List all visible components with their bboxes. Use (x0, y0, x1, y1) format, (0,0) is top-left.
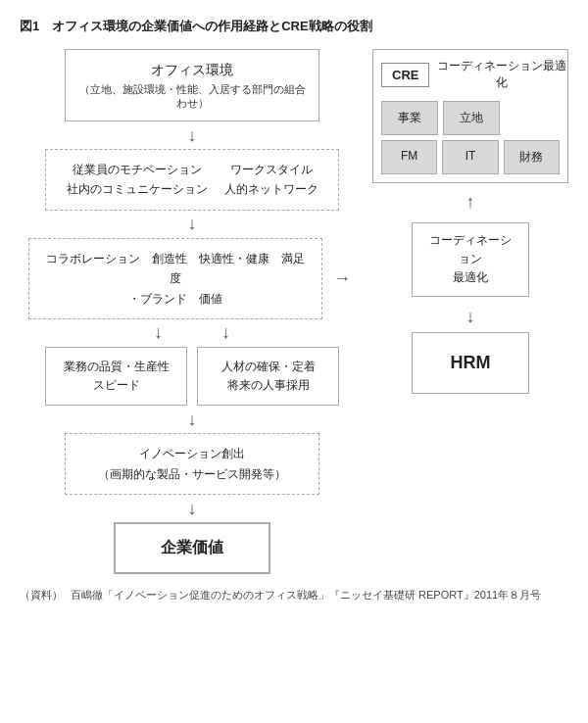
page-title: 図1 オフィス環境の企業価値への作用経路とCRE戦略の役割 (20, 18, 568, 35)
cre-grid-row1: 事業 立地 (381, 101, 560, 135)
employee-workstyle: ワークスタイル (230, 160, 313, 179)
sub-boxes-row: 業務の品質・生産性 スピード 人材の確保・定着 将来の人事採用 (45, 347, 339, 406)
arrow-down-4: ↓ (188, 406, 197, 433)
hrm-box: HRM (412, 332, 529, 394)
innovation-line2: （画期的な製品・サービス開発等） (77, 464, 307, 484)
cre-cell-zaimu: 財務 (504, 140, 560, 174)
cre-label: CRE (381, 63, 429, 87)
arrow-down-2: ↓ (188, 211, 197, 238)
sub-box-right: 人材の確保・定着 将来の人事採用 (197, 347, 339, 406)
corp-value-text: 企業価値 (161, 539, 223, 555)
innovation-box: イノベーション創出 （画期的な製品・サービス開発等） (65, 433, 319, 495)
arrow-down-1: ↓ (188, 121, 197, 149)
office-sub-text: （立地、施設環境・性能、入居する部門の組合わせ） (75, 83, 309, 111)
innovation-line1: イノベーション創出 (77, 444, 307, 463)
sub-box-left: 業務の品質・生産性 スピード (45, 347, 187, 406)
employee-line-2: 社内のコミュニケーション 人的ネットワーク (58, 179, 326, 199)
coord-arrow-row: ↑ コーディネーション最適化 ↓ HRM (372, 187, 568, 394)
cre-grid-row2: FM IT 財務 (381, 140, 560, 174)
cre-cell-jigyou: 事業 (381, 101, 438, 135)
source-text: 百嶋徹「イノベーション促進のためのオフィス戦略」『ニッセイ基礎研 REPORT』… (71, 588, 541, 602)
right-middle-section: ↑ コーディネーション最適化 ↓ HRM (372, 183, 568, 394)
arrow-down-coord: ↓ (466, 303, 475, 332)
office-main-text: オフィス環境 (75, 62, 309, 79)
collab-line2: ・ブランド 価値 (41, 289, 310, 309)
corp-value-box: 企業価値 (114, 522, 270, 574)
left-column: オフィス環境 （立地、施設環境・性能、入居する部門の組合わせ） ↓ 従業員のモチ… (20, 49, 365, 574)
sub-box-left-line1: 業務の品質・生産性 (52, 358, 180, 376)
cre-top-section: CRE コーディネーション最適化 事業 立地 FM IT 財務 (372, 49, 568, 183)
right-column: CRE コーディネーション最適化 事業 立地 FM IT 財務 ↑ (372, 49, 568, 394)
employee-motivation: 従業員のモチベーション (73, 160, 202, 179)
employee-box: 従業員のモチベーション ワークスタイル 社内のコミュニケーション 人的ネットワー… (45, 149, 339, 211)
source-label: （資料） (20, 588, 63, 602)
hrm-text: HRM (451, 353, 491, 372)
collab-box: コラボレーション 創造性 快適性・健康 満足度 ・ブランド 価値 (28, 238, 322, 319)
sub-box-right-line2: 将来の人事採用 (204, 376, 332, 395)
arrow-down-5: ↓ (188, 495, 197, 522)
employee-line-1: 従業員のモチベーション ワークスタイル (58, 160, 326, 179)
source-note: （資料） 百嶋徹「イノベーション促進のためのオフィス戦略」『ニッセイ基礎研 RE… (20, 588, 568, 602)
employee-communication: 社内のコミュニケーション (67, 179, 208, 199)
sub-box-left-line2: スピード (52, 376, 180, 395)
coord-middle-text: コーディネーション最適化 (429, 233, 512, 284)
cre-cell-it: IT (442, 140, 498, 174)
arrow-up-1: ↑ (466, 187, 475, 217)
sub-box-right-line1: 人材の確保・定着 (204, 358, 332, 376)
coord-label-box: コーディネーション最適化 (412, 222, 529, 297)
cre-coord-top: コーディネーション最適化 (435, 58, 567, 91)
arrow-right-hrm: → (328, 268, 356, 289)
coord-section: ↑ コーディネーション最適化 ↓ HRM (412, 187, 529, 394)
office-box: オフィス環境 （立地、施設環境・性能、入居する部門の組合わせ） (65, 49, 319, 121)
employee-network: 人的ネットワーク (224, 179, 318, 199)
cre-cell-tochi: 立地 (443, 101, 500, 135)
cre-header-row: CRE コーディネーション最適化 (381, 58, 567, 91)
arrow-down-3: ↓ ↓ (45, 319, 339, 347)
cre-cell-fm: FM (381, 140, 437, 174)
collab-line1: コラボレーション 創造性 快適性・健康 満足度 (41, 249, 310, 289)
